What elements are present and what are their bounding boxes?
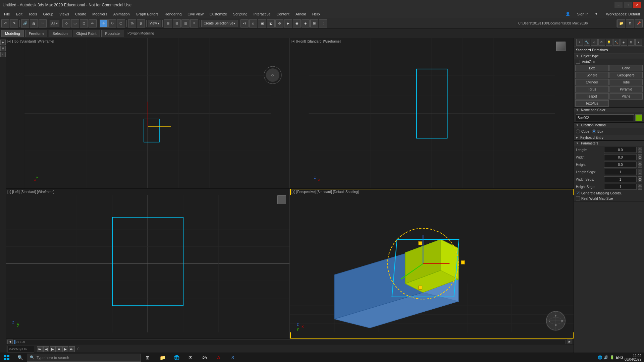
close-button[interactable]: ✕ (633, 2, 641, 8)
play-button[interactable]: ▶ (0, 40, 6, 45)
prev-frame-button[interactable]: ◀ (43, 346, 49, 352)
tab-freeform[interactable]: Freeform (25, 30, 48, 37)
width-segs-up[interactable]: ▲ (638, 176, 642, 179)
timeline-next-button[interactable]: ▶ (567, 340, 572, 344)
length-value[interactable]: 0.0 (604, 147, 637, 153)
sphere-button[interactable]: Sphere (575, 72, 609, 78)
tab-modeling[interactable]: Modeling (1, 30, 24, 37)
left-viewport-label[interactable]: [+] [Left] [Standard] [Wireframe] (7, 190, 54, 194)
color-swatch[interactable] (635, 114, 642, 121)
path-config-button[interactable]: ⚙ (626, 19, 634, 27)
autogrid-checkbox[interactable] (576, 60, 580, 64)
menu-graph-editors[interactable]: Graph Editors (133, 11, 161, 17)
perspective-viewport[interactable]: z x y [+] [Perspective] [Standard] [Defa… (290, 189, 574, 339)
front-viewport-label[interactable]: [+] [Front] [Standard] [Wireframe] (291, 40, 340, 43)
create-panel-button[interactable]: + (576, 39, 583, 46)
height-segs-up[interactable]: ▲ (638, 184, 642, 187)
height-up[interactable]: ▲ (638, 162, 642, 165)
explorer-icon[interactable]: 📁 (156, 353, 169, 362)
tab-object-paint[interactable]: Object Paint (73, 30, 100, 37)
geosphere-button[interactable]: GeoSphere (609, 72, 643, 78)
teapot-button[interactable]: Teapot (575, 93, 609, 100)
cylinder-button[interactable]: Cylinder (575, 79, 609, 85)
height-segs-value[interactable]: 1 (604, 184, 637, 190)
select-scale-button[interactable]: ⬡ (117, 19, 125, 27)
left-viewport[interactable]: y z [+] [Left] [Standard] [Wireframe] (6, 189, 290, 339)
mail-icon[interactable]: ✉ (184, 353, 197, 362)
undo-button[interactable]: ↶ (1, 19, 9, 27)
name-color-header[interactable]: ▼ Name and Color (574, 108, 644, 113)
menu-create[interactable]: Create (72, 11, 89, 17)
quick-align-button[interactable]: ▣ (258, 19, 266, 27)
generate-mapping-checkbox[interactable]: ✓ (576, 191, 580, 195)
object-type-header[interactable]: ▼ Object Type (574, 54, 644, 59)
creation-method-header[interactable]: ▼ Creation Method (574, 123, 644, 128)
mirror-tool-button[interactable]: ⧏ (240, 19, 249, 27)
real-world-map-checkbox[interactable] (576, 196, 580, 200)
hierarchy-panel-button[interactable]: ⊹ (591, 39, 598, 46)
align-to-view-button[interactable]: ⊟ (173, 19, 181, 27)
select-button[interactable]: ⊹ (62, 19, 70, 27)
mirror-button[interactable]: ⧎ (137, 19, 145, 27)
tab-populate[interactable]: Populate (101, 30, 123, 37)
menu-content[interactable]: Content (274, 11, 292, 17)
torus-button[interactable]: Torus (575, 86, 609, 93)
extra-panel-1[interactable]: ◈ (621, 39, 627, 46)
select-link-button[interactable]: 🔗 (21, 19, 29, 27)
keyboard-entry-header[interactable]: ▶ Keyboard Entry (574, 135, 644, 140)
volume-icon[interactable]: 🔊 (604, 355, 608, 360)
length-up[interactable]: ▲ (638, 147, 642, 150)
tube-button[interactable]: Tube (609, 79, 643, 85)
menu-group[interactable]: Group (40, 11, 56, 17)
height-value[interactable]: 0.0 (604, 162, 637, 168)
menu-edit[interactable]: Edit (13, 11, 25, 17)
cube-radio-button[interactable] (576, 129, 580, 133)
3dsmax-icon[interactable]: 3 (226, 353, 239, 362)
menu-help[interactable]: Help (310, 11, 323, 17)
width-up[interactable]: ▲ (638, 154, 642, 157)
width-down[interactable]: ▼ (638, 157, 642, 160)
align-button[interactable]: ⊞ (164, 19, 172, 27)
parameters-header[interactable]: ▼ Parameters (574, 141, 644, 146)
length-segs-down[interactable]: ▼ (638, 172, 642, 175)
menu-file[interactable]: File (1, 11, 13, 17)
length-segs-up[interactable]: ▲ (638, 169, 642, 172)
create-selection-set-button[interactable]: Create Selection Se▾ (201, 20, 237, 27)
motion-panel-button[interactable]: ⟳ (598, 39, 605, 46)
curve-editor-button[interactable]: ⌇ (319, 19, 327, 27)
go-to-start-button[interactable]: ⏮ (37, 346, 43, 352)
isolate-selection-button[interactable]: ⬕ (267, 19, 275, 27)
utilities-panel-button[interactable]: 🔨 (613, 39, 620, 46)
store-icon[interactable]: 🛍 (198, 353, 211, 362)
width-segs-value[interactable]: 1 (604, 176, 637, 182)
front-viewport[interactable]: x z [+] [Front] [Standard] [Wireframe] (290, 38, 574, 188)
height-segs-down[interactable]: ▼ (638, 187, 642, 190)
search-taskbar-button[interactable]: 🔍 (13, 353, 27, 362)
top-viewport-label[interactable]: [+] [Top] [Standard] [Wireframe] (7, 40, 54, 43)
menu-interactive[interactable]: Interactive (251, 11, 273, 17)
maximize-button[interactable]: □ (624, 2, 632, 8)
timeline-prev-button[interactable]: ◀ (7, 340, 13, 344)
redo-button[interactable]: ↷ (10, 19, 18, 27)
next-frame-button[interactable]: ▶ (62, 346, 68, 352)
time-slider-track[interactable]: 0 / 100 (14, 340, 566, 344)
menu-scripting[interactable]: Scripting (230, 11, 250, 17)
reference-coordinate-button[interactable]: % (128, 19, 136, 27)
select-move-button[interactable]: ✛ (100, 19, 108, 27)
minimize-button[interactable]: – (614, 2, 623, 8)
width-segs-down[interactable]: ▼ (638, 179, 642, 182)
length-segs-value[interactable]: 1 (604, 169, 637, 175)
render-frame-button[interactable]: ▶ (284, 19, 292, 27)
length-down[interactable]: ▼ (638, 150, 642, 153)
pyramid-button[interactable]: Pyramid (609, 86, 643, 93)
select-rotate-button[interactable]: ↻ (108, 19, 116, 27)
unlink-button[interactable]: ⛓ (30, 19, 38, 27)
extra-panel-2[interactable]: ⊞ (628, 39, 635, 46)
quick-layer-button[interactable]: ≡ (190, 19, 198, 27)
object-name-input[interactable] (576, 114, 634, 121)
menu-arnold[interactable]: Arnold (293, 11, 309, 17)
taskbar-search-bar[interactable]: 🔍 Type here to search (27, 354, 141, 362)
render-production-button[interactable]: ◉ (293, 19, 301, 27)
tab-selection[interactable]: Selection (49, 30, 71, 37)
width-value[interactable]: 0.0 (604, 154, 637, 160)
